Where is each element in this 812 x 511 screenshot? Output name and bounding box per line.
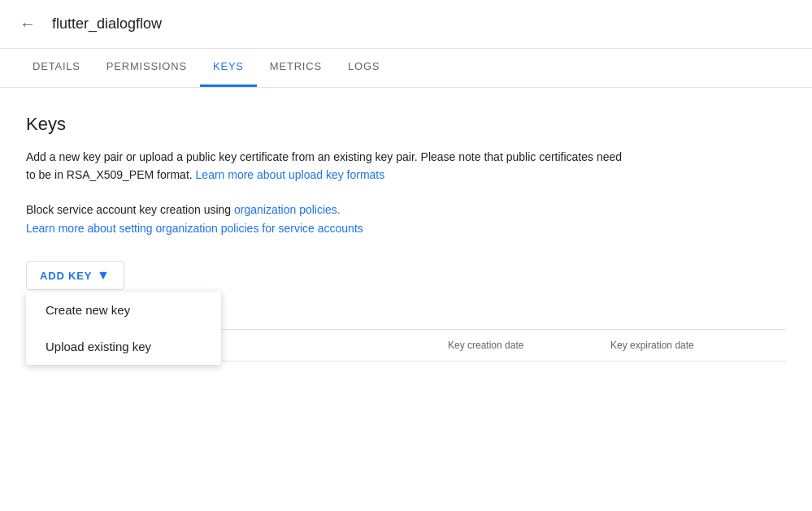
dropdown-item-upload-existing-key[interactable]: Upload existing key bbox=[26, 328, 221, 365]
back-icon: ← bbox=[20, 15, 36, 33]
tab-details[interactable]: DETAILS bbox=[20, 48, 93, 87]
add-key-label: ADD KEY bbox=[40, 270, 92, 282]
learn-more-link[interactable]: Learn more about upload key formats bbox=[196, 168, 385, 181]
add-key-container: ADD KEY ▼ Create new key Upload existing… bbox=[26, 261, 124, 290]
description-text: Add a new key pair or upload a public ke… bbox=[26, 148, 627, 184]
org-policy-label: Block service account key creation using bbox=[26, 203, 231, 216]
back-button[interactable]: ← bbox=[20, 11, 42, 37]
dropdown-arrow-icon: ▼ bbox=[97, 268, 111, 283]
org-policy-link[interactable]: organization policies. bbox=[234, 203, 341, 216]
tab-permissions[interactable]: PERMISSIONS bbox=[93, 48, 200, 87]
add-key-button[interactable]: ADD KEY ▼ bbox=[26, 261, 124, 290]
tab-metrics[interactable]: METRICS bbox=[257, 48, 335, 87]
tab-keys[interactable]: KEYS bbox=[200, 48, 257, 87]
tab-logs[interactable]: LOGS bbox=[335, 48, 393, 87]
page-header-title: flutter_dialogflow bbox=[52, 15, 162, 32]
dropdown-item-create-new-key[interactable]: Create new key bbox=[26, 292, 221, 328]
dropdown-menu: Create new key Upload existing key bbox=[26, 292, 221, 365]
header: ← flutter_dialogflow bbox=[0, 0, 812, 49]
org-policy-learn-more-link[interactable]: Learn more about setting organization po… bbox=[26, 222, 786, 235]
main-content: Keys Add a new key pair or upload a publ… bbox=[0, 88, 812, 381]
table-col-expiration: Key expiration date bbox=[610, 340, 773, 351]
nav-tabs: DETAILS PERMISSIONS KEYS METRICS LOGS bbox=[0, 49, 812, 88]
page-title: Keys bbox=[26, 114, 786, 135]
table-col-creation: Key creation date bbox=[448, 340, 610, 351]
org-policy-text: Block service account key creation using… bbox=[26, 201, 627, 219]
